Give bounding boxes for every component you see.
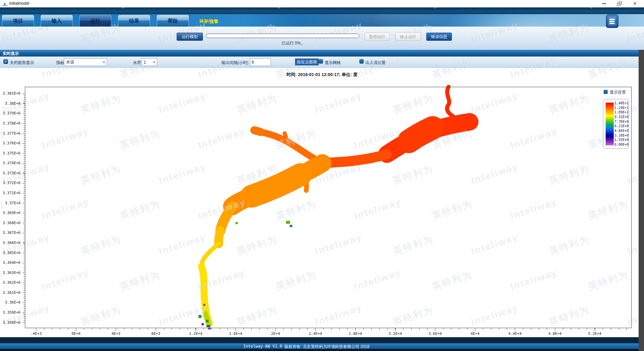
y-axis-tick-label: 3.359E+6: [0, 308, 25, 318]
status-copyright: 版权所有: 北京英特利为环境科技有限公司 2018: [284, 344, 369, 350]
tab-run[interactable]: 运行: [79, 15, 111, 27]
indicator-select[interactable]: 水温: [64, 58, 107, 66]
tab-project[interactable]: 项目: [2, 15, 34, 27]
chevron-down-icon: [103, 62, 105, 63]
legend-value: 1.55E+0: [614, 138, 629, 142]
y-axis-tick-label: 3.368E+6: [0, 218, 25, 228]
y-axis-tick-label: 3.378E+6: [0, 118, 25, 129]
y-axis-tick-label: 3.377E+6: [0, 128, 25, 138]
chevron-down-icon: [153, 62, 155, 63]
legend-value: 1.40E+1: [614, 102, 629, 105]
y-axis-tick-label: 3.375E+6: [0, 148, 25, 158]
legend-color-bar: [606, 103, 614, 145]
interval-label: 输出间隔(小时): [221, 60, 248, 66]
y-axis-tick-label: 3.361E+6: [0, 288, 25, 298]
y-axis-tick-label: 3.372E+6: [0, 178, 25, 188]
status-app-version: Intelway-AW V1.0: [243, 344, 282, 349]
legend-value: 1.09E+1: [614, 111, 629, 114]
close-button[interactable]: ×: [630, 0, 640, 7]
stop-run-button[interactable]: 终止运行: [395, 33, 421, 41]
y-axis-tick-label: 3.373E+6: [0, 168, 25, 178]
y-axis-tick-label: 3.371E+6: [0, 188, 25, 198]
restore-button[interactable]: [614, 0, 624, 7]
pencil-icon: ✎: [612, 20, 618, 27]
layer-label: 水层: [133, 60, 141, 66]
progress-status-text: 已运行 0%。: [282, 40, 305, 46]
indicator-value: 水温: [66, 59, 74, 65]
y-axis-tick-label: 3.367E+6: [0, 228, 25, 238]
legend-values: 1.40E+11.24E+11.09E+19.31E+07.76E+06.21E…: [614, 102, 629, 146]
error-info-button[interactable]: 错误信息: [426, 33, 452, 41]
progress-bar: [206, 34, 359, 38]
window-right-edge: [639, 50, 644, 351]
inout-flow-checkbox[interactable]: [359, 59, 364, 64]
y-axis: 3.381E+63.38E+63.379E+63.378E+63.377E+63…: [0, 89, 25, 327]
app-icon: ▲: [2, 1, 8, 6]
y-axis-tick-label: 3.365E+6: [0, 248, 25, 258]
y-axis-tick-label: 3.362E+6: [0, 278, 25, 288]
color-legend: 1.40E+11.24E+11.09E+19.31E+07.76E+06.21E…: [603, 99, 629, 149]
env-warning-label: 环评/预警: [200, 19, 218, 25]
interval-input[interactable]: [250, 58, 271, 66]
y-axis-tick-label: 3.381E+6: [0, 89, 25, 99]
legend-value: 9.31E+0: [614, 115, 629, 119]
titlebar: [0, 0, 644, 7]
y-axis-tick-label: 3.358E+6: [0, 317, 25, 327]
tab-input[interactable]: 输入: [41, 15, 73, 27]
minimize-button[interactable]: [599, 0, 609, 7]
window-title: initialmodel: [9, 1, 29, 6]
y-axis-tick-label: 3.363E+6: [0, 268, 25, 278]
tab-result[interactable]: 结果: [118, 15, 150, 27]
inout-flow-label: 出入流位置: [365, 60, 386, 66]
y-axis-tick-label: 3.374E+6: [0, 158, 25, 168]
plot-time-label: 时间: 2016-01-01 12:00:17; 单位: 度: [137, 72, 507, 78]
x-axis-minor-ticks: [36, 328, 632, 330]
y-axis-tick-label: 3.38E+6: [0, 99, 25, 109]
legend-value: 1.24E+1: [614, 106, 629, 110]
legend-value: 4.66E+0: [614, 129, 629, 133]
y-axis-tick-label: 3.36E+6: [0, 297, 25, 308]
y-axis-tick-label: 3.376E+6: [0, 138, 25, 148]
notepad-icon[interactable]: ✎: [606, 14, 618, 28]
indicator-label: 指标: [56, 60, 64, 66]
y-axis-tick-label: 3.37E+6: [0, 198, 25, 208]
y-axis-minor-ticks: [24, 94, 25, 324]
app-window: 英特利为Inteliway英特利为Inteliway英特利为Inteliway英…: [0, 0, 644, 351]
layer-select[interactable]: 1: [142, 58, 157, 66]
run-model-button[interactable]: 运行模型: [177, 33, 203, 41]
y-axis-tick-label: 3.379E+6: [0, 108, 25, 118]
y-axis-tick-label: 3.369E+6: [0, 208, 25, 218]
y-axis-tick-label: 3.366E+6: [0, 238, 25, 248]
close-graphic-checkbox[interactable]: ✓: [3, 59, 8, 64]
y-axis-tick-label: 3.364E+6: [0, 258, 25, 268]
pause-run-button[interactable]: 暂停运行: [364, 33, 390, 41]
legend-value: 7.76E+0: [614, 120, 629, 124]
custom-colormap-button[interactable]: 自定义图谱: [295, 59, 319, 65]
tab-help[interactable]: 帮助: [157, 15, 189, 27]
show-grid-checkbox[interactable]: [319, 59, 323, 64]
legend-value: 0.00E+0: [614, 143, 629, 146]
legend-value: 6.21E+0: [614, 125, 629, 128]
legend-value: 3.10E+0: [614, 134, 629, 137]
close-graphic-label: 关闭图形显示: [10, 60, 34, 66]
show-background-checkbox[interactable]: [604, 90, 608, 94]
show-grid-label: 显示网格: [325, 60, 341, 66]
plot-frame: [25, 87, 632, 328]
realtime-section-title: 实时显示: [3, 51, 19, 57]
layer-value: 1: [144, 60, 146, 65]
show-background-label: 显示背景: [610, 90, 626, 95]
